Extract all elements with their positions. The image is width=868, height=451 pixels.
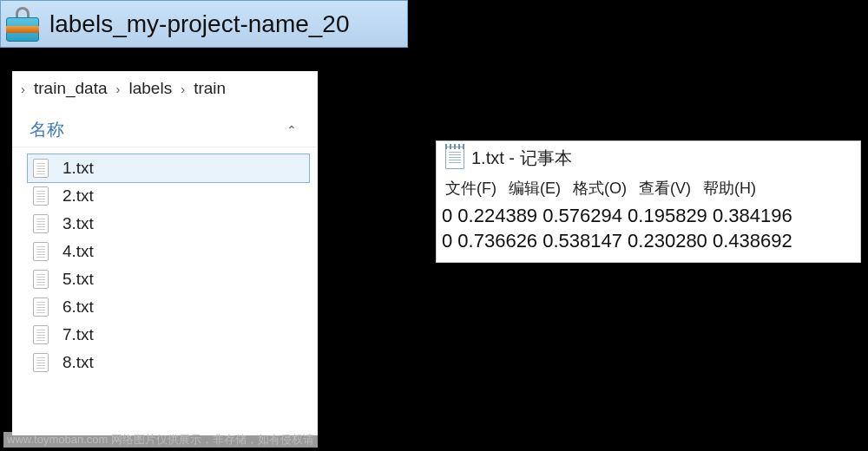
file-row[interactable]: 2.txt [28,182,309,210]
content-line: 0 0.224389 0.576294 0.195829 0.384196 [442,204,853,229]
file-list: 1.txt 2.txt 3.txt 4.txt 5.txt 6.txt 7.tx… [12,147,318,376]
chevron-right-icon: › [116,82,121,96]
watermark: www.toymoban.com 网络图片仅供展示，非存储，如有侵权请 [3,432,318,448]
breadcrumb-item[interactable]: train_data [29,75,113,101]
notepad-titlebar[interactable]: 1.txt - 记事本 [437,141,860,174]
file-row[interactable]: 7.txt [28,321,309,349]
text-file-icon [33,214,49,233]
file-name: 5.txt [62,270,94,289]
file-row[interactable]: 8.txt [28,349,309,376]
file-row[interactable]: 4.txt [28,238,309,265]
breadcrumb[interactable]: › train_data › labels › train [12,71,318,106]
notepad-content[interactable]: 0 0.224389 0.576294 0.195829 0.384196 0 … [437,204,860,262]
notepad-icon [445,147,464,169]
file-name: 7.txt [62,325,94,344]
text-file-icon [33,270,49,289]
menu-help[interactable]: 帮助(H) [703,178,756,199]
file-row[interactable]: 1.txt [28,154,309,182]
file-name: 2.txt [62,186,94,206]
text-file-icon [33,186,49,206]
text-file-icon [33,353,49,372]
file-row[interactable]: 6.txt [28,293,309,321]
file-row[interactable]: 3.txt [28,210,309,238]
menu-format[interactable]: 格式(O) [573,178,627,199]
archive-titlebar: labels_my-project-name_20 [0,0,408,48]
notepad-menubar: 文件(F) 编辑(E) 格式(O) 查看(V) 帮助(H) [437,174,860,204]
chevron-right-icon: › [181,82,185,96]
content-line: 0 0.736626 0.538147 0.230280 0.438692 [442,229,853,254]
menu-file[interactable]: 文件(F) [445,178,496,199]
file-name: 4.txt [62,242,94,261]
text-file-icon [33,297,49,317]
file-name: 6.txt [62,297,94,317]
archive-title: labels_my-project-name_20 [49,10,350,38]
menu-edit[interactable]: 编辑(E) [509,178,561,199]
archive-icon [6,7,39,42]
chevron-right-icon: › [21,82,25,96]
file-row[interactable]: 5.txt [28,265,309,293]
notepad-window: 1.txt - 记事本 文件(F) 编辑(E) 格式(O) 查看(V) 帮助(H… [436,141,861,263]
column-header-name[interactable]: 名称 ⌃ [12,113,318,147]
text-file-icon [33,242,49,261]
file-explorer: › train_data › labels › train 名称 ⌃ 1.txt… [12,71,318,435]
file-name: 8.txt [62,353,94,372]
menu-view[interactable]: 查看(V) [639,178,691,199]
column-label: 名称 [30,118,64,141]
breadcrumb-item[interactable]: labels [124,75,178,101]
sort-arrow-icon: ⌃ [286,123,297,137]
text-file-icon [33,159,49,178]
notepad-title: 1.txt - 记事本 [471,147,572,170]
text-file-icon [33,325,49,344]
file-name: 3.txt [62,214,94,233]
file-name: 1.txt [62,159,94,178]
breadcrumb-item[interactable]: train [188,75,231,101]
